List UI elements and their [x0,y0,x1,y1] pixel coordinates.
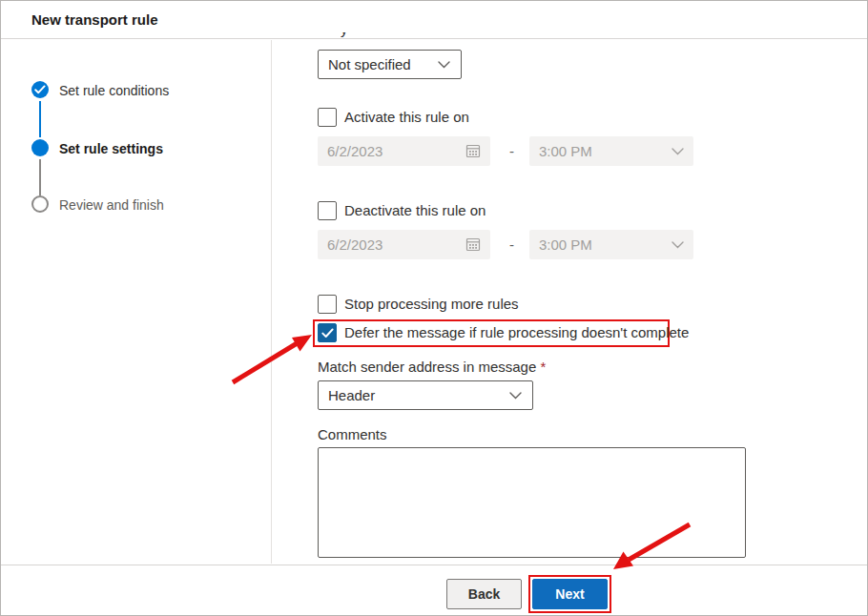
arrow-to-defer-checkbox [233,335,312,382]
activate-time-value: 3:00 PM [539,136,592,166]
required-asterisk: * [540,359,546,375]
activate-rule-checkbox[interactable] [318,108,337,127]
calendar-icon [465,143,481,158]
sidebar-step-set-rule-conditions[interactable]: Set rule conditions [59,82,169,99]
chevron-down-icon [672,241,684,249]
step-current-icon [31,139,49,156]
defer-message-label: Defer the message if rule processing doe… [344,323,689,342]
deactivate-time-value: 3:00 PM [539,230,592,259]
match-sender-dropdown[interactable]: Header [318,380,533,410]
dialog-title-bar: New transport rule [1,1,867,39]
activate-rule-label: Activate this rule on [344,108,469,127]
date-time-separator: - [509,230,514,259]
deactivate-time-dropdown[interactable]: 3:00 PM [529,230,693,259]
calendar-icon [465,236,481,252]
step-upcoming-icon [31,195,49,213]
new-transport-rule-dialog: New transport rule Set rule conditions S… [0,0,868,616]
stop-processing-label: Stop processing more rules [344,295,519,314]
dialog-title: New transport rule [31,1,158,38]
match-sender-label: Match sender address in message * [318,359,546,376]
date-time-separator: - [509,136,514,166]
footer-divider [1,565,867,565]
deactivate-rule-checkbox[interactable] [318,201,337,220]
comments-textarea[interactable] [318,447,746,558]
chevron-down-icon [672,148,684,155]
match-sender-dropdown-value: Header [328,381,375,409]
deactivate-date-value: 6/2/2023 [327,230,382,259]
step-connector [39,101,41,137]
back-button[interactable]: Back [446,579,522,609]
chevron-down-icon [509,392,522,400]
severity-dropdown-value: Not specified [328,51,411,78]
sidebar-divider [271,40,272,564]
next-button[interactable]: Next [532,579,608,609]
step-completed-icon [31,81,49,98]
stop-processing-checkbox[interactable] [318,295,337,314]
activate-date-field[interactable]: 6/2/2023 [318,136,490,166]
check-icon [321,328,334,339]
severity-dropdown[interactable]: Not specified [318,50,462,79]
sidebar-step-review-and-finish[interactable]: Review and finish [59,196,164,214]
chevron-down-icon [438,61,450,69]
comments-label: Comments [318,426,387,443]
step-connector [39,159,41,195]
sidebar-step-set-rule-settings[interactable]: Set rule settings [59,140,163,157]
activate-date-value: 6/2/2023 [327,136,382,166]
deactivate-date-field[interactable]: 6/2/2023 [318,230,490,259]
deactivate-rule-label: Deactivate this rule on [344,201,486,220]
clipped-label-fragment: y [341,32,369,40]
activate-time-dropdown[interactable]: 3:00 PM [529,136,693,166]
check-icon [34,85,46,94]
defer-message-checkbox[interactable] [318,323,337,342]
